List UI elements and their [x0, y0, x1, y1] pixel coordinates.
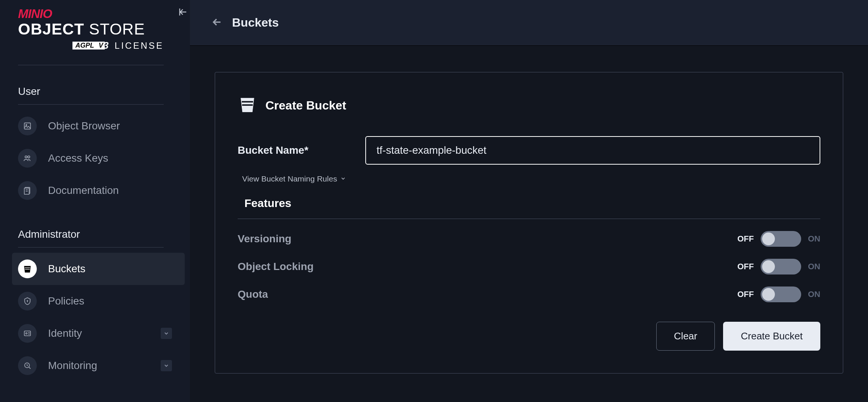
- toggle-off-label: OFF: [737, 290, 754, 299]
- bucket-icon: [18, 260, 37, 278]
- bucket-name-row: Bucket Name*: [238, 136, 820, 165]
- clear-button[interactable]: Clear: [656, 322, 715, 351]
- bucket-name-input[interactable]: [365, 136, 820, 165]
- sidebar-item-documentation[interactable]: Documentation: [12, 174, 185, 207]
- sidebar-item-label: Buckets: [48, 263, 181, 275]
- identity-icon: [18, 324, 37, 343]
- svg-point-3: [28, 156, 30, 158]
- sidebar-item-access-keys[interactable]: Access Keys: [12, 142, 185, 174]
- collapse-sidebar-icon[interactable]: [178, 7, 188, 19]
- sidebar-item-label: Object Browser: [48, 120, 181, 132]
- feature-versioning: Versioning OFF ON: [238, 225, 820, 253]
- chevron-down-icon: [340, 174, 346, 183]
- sidebar-item-object-browser[interactable]: Object Browser: [12, 110, 185, 142]
- chevron-down-icon: [161, 360, 172, 371]
- toggle-on-label: ON: [808, 262, 820, 272]
- toggle-on-label: ON: [808, 290, 820, 299]
- sidebar-item-label: Monitoring: [48, 360, 161, 372]
- logo-license: AGPLV3 LICENSE: [18, 40, 164, 51]
- toggle-object-locking: OFF ON: [737, 259, 820, 274]
- svg-point-6: [27, 300, 28, 301]
- sidebar-item-label: Documentation: [48, 184, 181, 196]
- documentation-icon: [18, 181, 37, 200]
- feature-object-locking: Object Locking OFF ON: [238, 253, 820, 280]
- toggle-switch[interactable]: [761, 286, 801, 302]
- access-keys-icon: [18, 149, 37, 168]
- toggle-quota: OFF ON: [737, 286, 820, 302]
- chevron-down-icon: [161, 328, 172, 339]
- create-bucket-card: Create Bucket Bucket Name* View Bucket N…: [215, 72, 843, 374]
- svg-point-1: [26, 124, 27, 126]
- feature-quota: Quota OFF ON: [238, 280, 820, 308]
- section-user-header: User: [18, 79, 164, 105]
- sidebar-item-identity[interactable]: Identity: [12, 317, 185, 350]
- sidebar-item-buckets[interactable]: Buckets: [12, 253, 185, 285]
- object-browser-icon: [18, 117, 37, 135]
- feature-label: Versioning: [238, 233, 737, 245]
- bucket-icon: [238, 95, 257, 116]
- toggle-switch[interactable]: [761, 259, 801, 274]
- logo-product: OBJECT STORE: [18, 20, 164, 38]
- section-admin-header: Administrator: [18, 222, 164, 248]
- divider: [238, 219, 820, 219]
- create-bucket-button[interactable]: Create Bucket: [723, 322, 820, 351]
- sidebar: MINIO OBJECT STORE AGPLV3 LICENSE User O…: [0, 0, 190, 402]
- bucket-name-label: Bucket Name*: [238, 144, 350, 156]
- nav-admin: Buckets Policies Identity Monitoring: [18, 253, 172, 382]
- toggle-switch[interactable]: [761, 231, 801, 247]
- feature-label: Quota: [238, 288, 737, 300]
- toggle-off-label: OFF: [737, 234, 754, 244]
- sidebar-item-monitoring[interactable]: Monitoring: [12, 350, 185, 382]
- features-title: Features: [244, 197, 820, 210]
- policies-icon: [18, 292, 37, 310]
- card-title: Create Bucket: [265, 99, 346, 112]
- page-header: Buckets: [190, 0, 868, 46]
- feature-label: Object Locking: [238, 261, 737, 273]
- toggle-off-label: OFF: [737, 262, 754, 272]
- content: Create Bucket Bucket Name* View Bucket N…: [190, 46, 868, 402]
- naming-rules-link[interactable]: View Bucket Naming Rules: [242, 174, 346, 183]
- sidebar-item-policies[interactable]: Policies: [12, 285, 185, 317]
- sidebar-item-label: Access Keys: [48, 152, 181, 164]
- svg-rect-0: [24, 123, 31, 129]
- nav-user: Object Browser Access Keys Documentation: [18, 110, 172, 207]
- sidebar-item-label: Identity: [48, 327, 161, 339]
- toggle-on-label: ON: [808, 234, 820, 244]
- page-title: Buckets: [232, 16, 279, 30]
- toggle-versioning: OFF ON: [737, 231, 820, 247]
- logo-brand: MINIO: [18, 7, 164, 21]
- svg-point-2: [25, 156, 27, 158]
- sidebar-item-label: Policies: [48, 295, 181, 307]
- monitoring-icon: [18, 356, 37, 375]
- svg-point-8: [26, 333, 27, 334]
- card-header: Create Bucket: [238, 95, 820, 116]
- main: Buckets Create Bucket Bucket Name* View …: [190, 0, 868, 402]
- back-arrow-icon[interactable]: [211, 16, 223, 30]
- button-row: Clear Create Bucket: [238, 322, 820, 351]
- logo: MINIO OBJECT STORE AGPLV3 LICENSE: [18, 7, 164, 65]
